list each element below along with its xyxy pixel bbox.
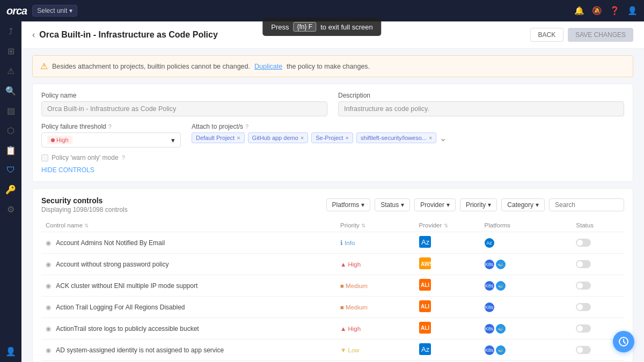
control-toggle[interactable] [576, 239, 591, 247]
filter-row: Platforms ▾ Status ▾ Provider ▾ Priority… [326, 198, 624, 211]
svg-text:Az: Az [421, 238, 430, 246]
control-provider-cell: Az [415, 339, 480, 361]
col-header-name: Control name ⇅ [41, 219, 336, 232]
description-input[interactable] [338, 101, 624, 116]
select-unit-button[interactable]: Select unit ▾ [32, 5, 77, 17]
hide-controls-link[interactable]: HIDE CONTROLS [41, 166, 94, 174]
help-icon[interactable]: ❓ [610, 6, 620, 16]
platform-icons-group: Az [485, 238, 568, 248]
sidebar-icon-nodes[interactable]: ⬡ [7, 125, 14, 136]
docker-platform-icon: 🐳 [496, 281, 506, 291]
k8s-platform-icon: K8s [485, 302, 494, 312]
control-provider-cell: AWS [415, 254, 480, 275]
sidebar-icon-settings[interactable]: ⚙ [7, 204, 14, 215]
policy-name-group: Policy name [41, 92, 327, 116]
status-chevron-icon: ▾ [401, 201, 404, 209]
control-toggle[interactable] [576, 282, 591, 290]
controls-section: Security controls Displaying 1098/1098 c… [32, 188, 633, 362]
control-toggle[interactable] [576, 260, 591, 268]
k8s-platform-icon: K8s [485, 260, 494, 269]
docker-platform-icon: 🐳 [496, 260, 506, 269]
control-priority-cell: ▲High [336, 254, 414, 275]
tag-close-1[interactable]: × [301, 135, 304, 141]
sort-provider-icon[interactable]: ⇅ [444, 223, 448, 228]
control-name-cell: ◉ Account Admins Not Notified By Email [41, 232, 336, 254]
control-toggle[interactable] [576, 303, 591, 311]
control-platforms-cell: Az [480, 232, 572, 254]
control-priority-cell: ■Medium [336, 275, 414, 297]
save-changes-button[interactable]: SAVE CHANGES [568, 28, 633, 42]
provider-filter-button[interactable]: Provider ▾ [414, 198, 456, 211]
controls-search-input[interactable] [549, 198, 624, 211]
priority-badge: ▲High [340, 261, 410, 268]
tag-close-3[interactable]: × [429, 135, 432, 141]
sidebar-icon-table[interactable]: ▤ [7, 106, 15, 116]
sidebar-icon-alert[interactable]: ⚠ [7, 66, 14, 76]
platforms-filter-button[interactable]: Platforms ▾ [326, 198, 371, 211]
form-row-1: Policy name Description [41, 92, 624, 116]
sidebar-icon-user-circle[interactable]: 👤 [5, 346, 16, 357]
duplicate-link[interactable]: Duplicate [254, 63, 282, 70]
project-tag-1[interactable]: GitHub app demo × [248, 132, 309, 143]
priority-icon: ▲ [340, 326, 346, 332]
warn-mode-checkbox[interactable] [41, 154, 48, 161]
sidebar-icon-grid[interactable]: ⊞ [8, 46, 14, 56]
platform-icons-group: K8s [485, 302, 568, 312]
control-toggle[interactable] [576, 324, 591, 333]
tag-close-2[interactable]: × [346, 135, 349, 141]
azure-platform-icon: Az [485, 238, 494, 248]
attach-help-icon[interactable]: ? [245, 123, 248, 130]
threshold-select[interactable]: High ▾ [41, 132, 181, 147]
category-chevron-icon: ▾ [536, 201, 539, 209]
back-arrow-icon[interactable]: ‹ [32, 30, 35, 40]
sidebar-icon-clipboard[interactable]: 📋 [5, 145, 16, 156]
control-toggle[interactable] [576, 346, 591, 354]
threshold-group: Policy failure threshold ? High ▾ [41, 123, 181, 147]
bell-icon[interactable]: 🔕 [592, 6, 602, 16]
control-status-cell[interactable] [572, 254, 624, 275]
threshold-value: High [47, 136, 72, 144]
control-row-icon: ◉ [46, 304, 51, 311]
sidebar-icon-share[interactable]: ⤴ [9, 27, 13, 36]
control-provider-cell: Az [415, 232, 480, 254]
warn-help-icon[interactable]: ? [122, 154, 125, 161]
controls-header: Security controls Displaying 1098/1098 c… [41, 196, 624, 213]
threshold-help-icon[interactable]: ? [108, 123, 112, 130]
col-header-provider: Provider ⇅ [415, 219, 480, 232]
sort-priority-icon[interactable]: ⇅ [361, 223, 365, 228]
provider-logo: ALI [419, 285, 431, 292]
control-status-cell[interactable] [572, 275, 624, 297]
tag-close-0[interactable]: × [237, 135, 240, 141]
app-layout: ⤴ ⊞ ⚠ 🔍 ▤ ⬡ 📋 🛡 🔑 ⚙ 👤 ‹ Orca Built-in - … [0, 21, 644, 362]
control-status-cell[interactable] [572, 232, 624, 254]
add-project-button[interactable]: ⌄ [440, 133, 447, 143]
attach-group: Attach to project/s ? Default Project × … [192, 123, 624, 147]
project-tag-2[interactable]: Se-Project × [311, 132, 353, 143]
sort-name-icon[interactable]: ⇅ [84, 223, 89, 228]
threshold-label: Policy failure threshold ? [41, 123, 181, 130]
priority-icon: ■ [340, 304, 344, 311]
policy-name-input[interactable] [41, 101, 327, 116]
priority-icon: ℹ [340, 239, 343, 247]
project-tag-3[interactable]: shiftleft-security/loweso... × [356, 132, 436, 143]
notifications-outline-icon[interactable]: 🔔 [574, 6, 584, 16]
category-filter-button[interactable]: Category ▾ [501, 198, 545, 211]
header-buttons: BACK SAVE CHANGES [530, 28, 634, 42]
priority-filter-button[interactable]: Priority ▾ [460, 198, 497, 211]
sidebar-icon-search[interactable]: 🔍 [5, 86, 16, 96]
policy-name-label: Policy name [41, 92, 327, 99]
control-status-cell[interactable] [572, 297, 624, 318]
fab-button[interactable] [613, 331, 634, 352]
user-avatar[interactable]: 👤 [627, 6, 638, 16]
provider-logo: AWS [419, 263, 431, 271]
back-button[interactable]: BACK [530, 28, 564, 42]
platform-icons-group: K8s🐳 [485, 260, 568, 269]
sidebar-icon-key[interactable]: 🔑 [5, 184, 16, 195]
sidebar-icon-policy[interactable]: 🛡 [6, 165, 15, 175]
project-tag-0[interactable]: Default Project × [192, 132, 245, 143]
platform-icons-group: K8s🐳 [485, 324, 568, 334]
col-header-status: Status [572, 219, 624, 232]
priority-badge: ▼Low [340, 347, 410, 353]
status-filter-button[interactable]: Status ▾ [375, 198, 410, 211]
page-header: ‹ Orca Built-in - Infrastructure as Code… [21, 21, 644, 49]
